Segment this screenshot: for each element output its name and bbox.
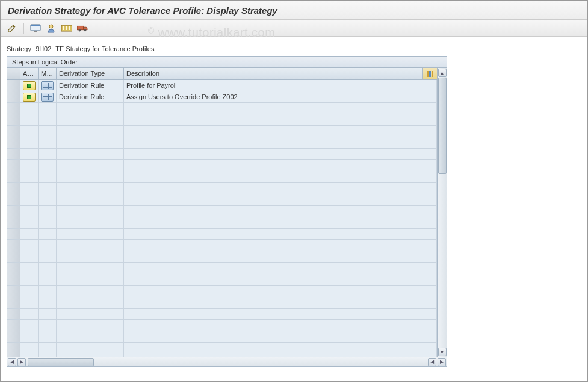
row-selector[interactable] xyxy=(7,149,20,159)
row-selector[interactable] xyxy=(7,80,20,91)
row-selector[interactable] xyxy=(7,137,20,148)
maint-cell xyxy=(39,206,57,217)
scroll-thumb[interactable] xyxy=(438,78,447,174)
table-row xyxy=(7,171,437,183)
scroll-track[interactable] xyxy=(438,78,447,347)
column-derivation-type[interactable]: Derivation Type xyxy=(57,68,124,79)
row-selector[interactable] xyxy=(7,343,20,354)
scroll-right-icon[interactable]: ▶ xyxy=(17,358,26,366)
maint-cell xyxy=(39,331,57,342)
overview-icon[interactable] xyxy=(61,23,72,34)
row-selector[interactable] xyxy=(7,160,20,171)
derivation-type-cell xyxy=(57,194,124,205)
transport-icon[interactable] xyxy=(77,23,88,34)
description-cell: Profile for Payroll xyxy=(124,80,437,91)
strategy-label: Strategy xyxy=(7,45,31,52)
column-active[interactable]: Ac... xyxy=(20,68,39,79)
column-maint[interactable]: Ma... xyxy=(39,68,57,79)
table-row xyxy=(7,217,437,229)
description-cell xyxy=(124,343,437,354)
svg-rect-14 xyxy=(432,71,433,77)
maint-cell xyxy=(39,80,57,91)
svg-rect-8 xyxy=(77,26,84,29)
svg-rect-6 xyxy=(66,26,67,30)
scroll-right2-icon[interactable]: ▶ xyxy=(438,358,446,366)
vertical-scrollbar[interactable]: ▲ ▼ xyxy=(437,68,447,357)
row-selector[interactable] xyxy=(7,183,20,194)
row-selector[interactable] xyxy=(7,240,20,251)
row-selector[interactable] xyxy=(7,229,20,239)
row-selector[interactable] xyxy=(7,309,20,319)
table-row xyxy=(7,309,437,320)
row-selector[interactable] xyxy=(7,217,20,228)
maint-cell xyxy=(39,217,57,228)
maint-cell xyxy=(39,194,57,205)
derivation-type-cell xyxy=(57,309,124,319)
maintain-button[interactable] xyxy=(41,93,54,102)
table-row xyxy=(7,320,437,331)
derivation-type-cell: Derivation Rule xyxy=(57,91,124,102)
scroll-down-icon[interactable]: ▼ xyxy=(438,348,447,356)
description-cell xyxy=(124,160,437,171)
display-icon[interactable] xyxy=(30,23,41,34)
description-cell xyxy=(124,103,437,114)
column-description[interactable]: Description xyxy=(124,68,422,79)
maint-cell xyxy=(39,343,57,354)
row-selector[interactable] xyxy=(7,263,20,274)
svg-rect-1 xyxy=(31,25,40,26)
scroll-left2-icon[interactable]: ◀ xyxy=(428,358,436,366)
strategy-code: 9H02 xyxy=(36,45,51,52)
horizontal-scrollbar[interactable]: ◀ ▶ ◀ ▶ xyxy=(7,357,447,366)
svg-point-10 xyxy=(84,29,87,31)
active-cell xyxy=(20,217,39,228)
row-selector[interactable] xyxy=(7,171,20,182)
derivation-type-cell xyxy=(57,263,124,274)
title-bar: Derivation Strategy for AVC Tolerance Pr… xyxy=(1,1,587,20)
scroll-left-icon[interactable]: ◀ xyxy=(8,358,16,366)
maintain-button[interactable] xyxy=(41,81,54,90)
row-selector[interactable] xyxy=(7,297,20,308)
table-row xyxy=(7,103,437,114)
description-cell xyxy=(124,297,437,308)
row-selector[interactable] xyxy=(7,103,20,114)
row-selector[interactable] xyxy=(7,206,20,217)
scroll-up-icon[interactable]: ▲ xyxy=(438,69,447,77)
row-selector[interactable] xyxy=(7,274,20,285)
active-cell xyxy=(20,126,39,137)
row-selector[interactable] xyxy=(7,320,20,331)
table-row xyxy=(7,331,437,343)
row-selector[interactable] xyxy=(7,194,20,205)
derivation-type-cell xyxy=(57,126,124,137)
table-row xyxy=(7,354,437,357)
row-selector[interactable] xyxy=(7,286,20,297)
hscroll-track[interactable] xyxy=(28,358,136,366)
row-selector[interactable] xyxy=(7,251,20,262)
derivation-type-cell xyxy=(57,149,124,159)
derivation-type-cell xyxy=(57,217,124,228)
active-cell xyxy=(20,160,39,171)
row-selector[interactable] xyxy=(7,114,20,125)
active-button[interactable] xyxy=(23,81,36,90)
row-selector[interactable] xyxy=(7,91,20,102)
active-button[interactable] xyxy=(23,93,36,102)
description-cell xyxy=(124,171,437,182)
table-settings-icon[interactable] xyxy=(422,68,437,79)
maint-cell xyxy=(39,137,57,148)
edit-icon[interactable] xyxy=(7,23,17,34)
hscroll-thumb[interactable] xyxy=(28,358,94,366)
active-cell xyxy=(20,309,39,319)
row-selector[interactable] xyxy=(7,354,20,357)
derivation-type-cell xyxy=(57,354,124,357)
active-cell xyxy=(20,137,39,148)
maint-cell xyxy=(39,309,57,319)
table-row xyxy=(7,274,437,286)
row-selector[interactable] xyxy=(7,331,20,342)
active-cell xyxy=(20,331,39,342)
active-cell xyxy=(20,354,39,357)
row-selector[interactable] xyxy=(7,126,20,137)
user-icon[interactable] xyxy=(46,23,57,34)
active-cell xyxy=(20,297,39,308)
maint-cell xyxy=(39,354,57,357)
description-cell xyxy=(124,229,437,239)
derivation-type-cell xyxy=(57,206,124,217)
